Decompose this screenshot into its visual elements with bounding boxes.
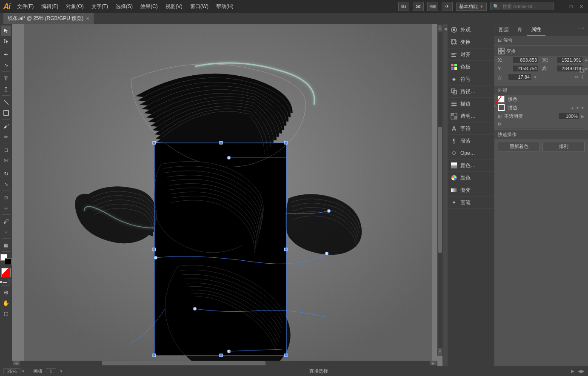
tool-select[interactable] xyxy=(1,26,11,36)
tool-direct-select[interactable] xyxy=(1,36,11,46)
tool-zoom[interactable]: ⊕ xyxy=(1,287,11,297)
stroke-up-arrow[interactable]: ▲ xyxy=(570,105,574,110)
tool-paintbrush[interactable]: 🖌 xyxy=(1,121,11,131)
panel-brushes[interactable]: ✦ 画笔 xyxy=(448,197,494,209)
menu-file[interactable]: 文件(F) xyxy=(14,2,36,11)
sel-handle-tr[interactable] xyxy=(284,141,287,144)
panel-symbols[interactable]: ♣ 符号 xyxy=(448,73,494,85)
scrollbar-thumb-h[interactable] xyxy=(102,361,265,365)
artboard-dropdown[interactable]: ▼ xyxy=(60,369,63,373)
panel-transform[interactable]: 变换 xyxy=(448,36,494,48)
h-input[interactable] xyxy=(557,65,583,72)
tool-type[interactable]: T xyxy=(1,73,11,83)
share-button[interactable]: ✈ xyxy=(442,2,453,11)
arrange-button[interactable]: 排列 xyxy=(542,142,585,151)
panel-pathfinder[interactable]: 路径… xyxy=(448,85,494,98)
tool-pen[interactable]: ✒ xyxy=(1,49,11,60)
artboard-num-input[interactable] xyxy=(46,368,56,374)
sel-handle-bl[interactable] xyxy=(153,354,156,357)
search-input[interactable] xyxy=(500,3,551,9)
zoom-input[interactable] xyxy=(3,368,20,374)
color-swatches[interactable] xyxy=(0,254,11,265)
tool-free-transform[interactable]: ⊡ xyxy=(1,192,11,202)
sel-handle-br[interactable] xyxy=(284,354,287,357)
tool-eyedropper[interactable]: 🖊 xyxy=(1,216,11,226)
tool-curvature[interactable]: ∿ xyxy=(1,60,11,70)
menu-window[interactable]: 窗口(W) xyxy=(188,2,211,11)
panel-paragraph[interactable]: ¶ 段落 xyxy=(448,135,494,147)
sel-handle-ml[interactable] xyxy=(153,248,156,251)
transform-link-icon[interactable] xyxy=(579,68,585,73)
zoom-dropdown-arrow[interactable]: ▼ xyxy=(21,369,25,373)
menu-select[interactable]: 选择(S) xyxy=(113,2,135,11)
panel-swatches[interactable]: 色板 xyxy=(448,61,494,73)
tool-artboard[interactable]: ⬚ xyxy=(1,308,11,319)
tool-scissors[interactable]: ✄ xyxy=(1,155,11,165)
panel-stroke[interactable]: 描边 xyxy=(448,98,494,110)
tool-puppet-warp[interactable]: ⊹ xyxy=(1,203,11,213)
stroke-down-arrow[interactable]: ▼ xyxy=(575,105,579,110)
opacity-dropdown[interactable]: ▶ xyxy=(581,114,585,119)
vertical-scrollbar[interactable]: ▲ ▼ xyxy=(437,24,442,356)
sel-handle-bm[interactable] xyxy=(220,354,223,357)
scrollbar-left[interactable]: ◀ xyxy=(13,361,20,365)
minimize-button[interactable]: — xyxy=(557,3,564,10)
document-tab[interactable]: 线条.ai* @ 25% (RGB/GPU 预览) ✕ xyxy=(3,13,94,24)
tool-blend[interactable]: ⌁ xyxy=(1,227,11,237)
stock-button[interactable]: St xyxy=(413,2,424,11)
solid-color-icon[interactable]: ■ xyxy=(0,279,2,284)
fill-color-swatch[interactable] xyxy=(498,96,505,103)
menu-effect[interactable]: 效果(C) xyxy=(138,2,160,11)
scrollbar-down[interactable]: ▼ xyxy=(438,348,442,355)
tab-layers[interactable]: 图层 xyxy=(494,24,513,36)
transform-section-header[interactable]: 变换 xyxy=(494,46,588,56)
bridge-button[interactable]: Br xyxy=(398,2,409,11)
sel-handle-mr[interactable] xyxy=(284,248,287,251)
tool-rotate[interactable]: ↻ xyxy=(1,168,11,179)
stroke-dropdown-arrow[interactable]: ▼ xyxy=(580,105,585,110)
tool-eraser[interactable]: ◻ xyxy=(1,145,11,155)
tab-properties[interactable]: 属性 xyxy=(527,24,545,36)
nav-play-icon[interactable]: ▶ xyxy=(569,368,576,375)
opacity-input[interactable] xyxy=(558,113,579,120)
gradient-icon[interactable]: ▬ xyxy=(3,279,7,284)
tool-hand[interactable]: ✋ xyxy=(1,298,11,308)
menu-type[interactable]: 文字(T) xyxy=(89,2,111,11)
canvas-area[interactable]: ▲ ▼ ◀ ▶ xyxy=(12,24,442,366)
y-input[interactable] xyxy=(512,65,539,72)
tool-line[interactable]: | xyxy=(0,95,12,109)
menu-view[interactable]: 视图(V) xyxy=(163,2,185,11)
w-input[interactable] xyxy=(557,57,583,63)
panel-appearance[interactable]: 外观 xyxy=(448,24,494,36)
panel-opentype[interactable]: O Ope… xyxy=(448,147,494,160)
pattern-icon[interactable]: ⬛ xyxy=(7,279,12,284)
tool-touch-type[interactable]: T xyxy=(1,84,11,94)
x-input[interactable] xyxy=(512,57,539,63)
stroke-color-swatch[interactable]: ? xyxy=(498,104,505,111)
scrollbar-up[interactable]: ▲ xyxy=(438,25,442,31)
tab-close-icon[interactable]: ✕ xyxy=(86,16,89,21)
sel-handle-tl[interactable] xyxy=(153,141,156,144)
maximize-button[interactable]: □ xyxy=(568,3,574,10)
panel-character[interactable]: A 字符 xyxy=(448,122,494,135)
panel-gradient[interactable]: 渐变 xyxy=(448,184,494,197)
flip-h-icon[interactable]: ⇔ xyxy=(574,74,579,80)
tool-pencil[interactable]: ✏ xyxy=(1,131,11,142)
tool-scale[interactable]: ⤡ xyxy=(1,179,11,189)
panel-align[interactable]: 对齐 xyxy=(448,48,494,61)
panel-color2[interactable]: 颜色 xyxy=(448,172,494,184)
stroke-swatch[interactable] xyxy=(5,258,11,265)
recolor-button[interactable]: 重新着色 xyxy=(498,142,540,151)
panel-more-icon[interactable]: ⋯ xyxy=(574,24,588,36)
panel-transparency[interactable]: 透明… xyxy=(448,110,494,122)
scrollbar-right[interactable]: ▶ xyxy=(430,361,437,365)
right-panel-collapse[interactable]: ◀ xyxy=(442,24,448,366)
workspace-dropdown-icon[interactable]: ▼ xyxy=(480,4,484,9)
sel-handle-tm[interactable] xyxy=(220,141,223,144)
angle-input[interactable] xyxy=(508,74,531,80)
horizontal-scrollbar[interactable]: ◀ ▶ xyxy=(12,361,437,366)
close-button[interactable]: ✕ xyxy=(578,3,585,10)
tool-graph[interactable]: ▦ xyxy=(1,240,11,250)
flip-v-icon[interactable]: ⇕ xyxy=(580,74,585,80)
tab-libraries[interactable]: 库 xyxy=(513,24,527,36)
